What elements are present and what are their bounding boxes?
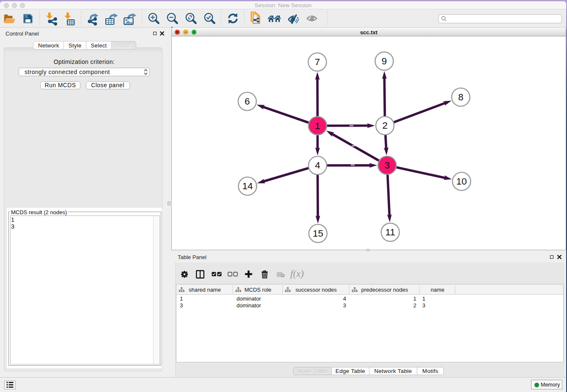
svg-text:9: 9	[382, 56, 387, 66]
svg-text:6: 6	[245, 96, 250, 107]
svg-text:14: 14	[242, 181, 253, 191]
svg-text:2: 2	[382, 120, 388, 131]
svg-text:3: 3	[385, 160, 390, 171]
svg-text:11: 11	[385, 227, 395, 237]
svg-text:1: 1	[315, 121, 320, 131]
svg-text:8: 8	[458, 92, 464, 102]
svg-text:4: 4	[315, 160, 320, 171]
svg-text:10: 10	[456, 176, 467, 187]
svg-text:15: 15	[313, 228, 323, 239]
svg-text:7: 7	[315, 57, 320, 67]
